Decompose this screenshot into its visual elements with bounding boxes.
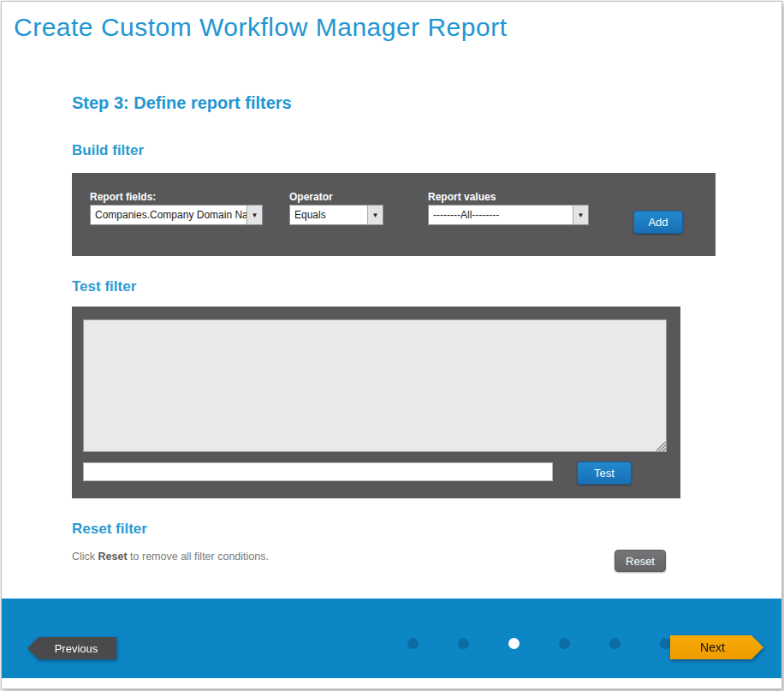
report-fields-select[interactable]: Companies.Company Domain Na ▼: [90, 205, 263, 225]
wizard-page: Create Custom Workflow Manager Report St…: [1, 1, 782, 689]
progress-dot-active: [508, 638, 520, 649]
progress-dot: [407, 638, 419, 649]
reset-instruction: Click Reset to remove all filter conditi…: [72, 551, 269, 563]
test-value-input[interactable]: [83, 462, 553, 481]
wizard-footer: Previous Next: [2, 599, 781, 678]
operator-label: Operator: [289, 191, 333, 203]
previous-button[interactable]: Previous: [27, 637, 116, 659]
progress-dot: [559, 638, 570, 649]
test-button[interactable]: Test: [577, 462, 632, 485]
next-button[interactable]: Next: [670, 635, 763, 659]
progress-dot: [609, 638, 621, 649]
progress-dot: [458, 638, 469, 649]
step-heading: Step 3: Define report filters: [72, 93, 292, 113]
chevron-down-icon: ▼: [367, 206, 383, 224]
operator-selected-value: Equals: [290, 209, 367, 221]
reset-instruction-suffix: to remove all filter conditions.: [128, 551, 269, 563]
report-values-selected-value: --------All--------: [429, 209, 573, 221]
reset-instruction-bold: Reset: [98, 551, 128, 563]
operator-select[interactable]: Equals ▼: [289, 205, 383, 225]
progress-dots: [407, 638, 671, 649]
filter-preview-textarea[interactable]: [83, 319, 667, 452]
test-filter-heading: Test filter: [72, 278, 136, 295]
report-fields-selected-value: Companies.Company Domain Na: [91, 209, 246, 221]
page-title: Create Custom Workflow Manager Report: [14, 13, 508, 42]
chevron-down-icon: ▼: [246, 206, 262, 224]
reset-filter-heading: Reset filter: [72, 521, 147, 538]
add-button[interactable]: Add: [633, 211, 683, 234]
report-values-select[interactable]: --------All-------- ▼: [428, 205, 589, 225]
chevron-down-icon: ▼: [573, 206, 588, 224]
reset-button[interactable]: Reset: [615, 550, 666, 572]
report-fields-label: Report fields:: [90, 191, 156, 203]
build-filter-heading: Build filter: [72, 142, 144, 159]
report-values-label: Report values: [428, 191, 496, 203]
reset-instruction-prefix: Click: [72, 551, 98, 563]
